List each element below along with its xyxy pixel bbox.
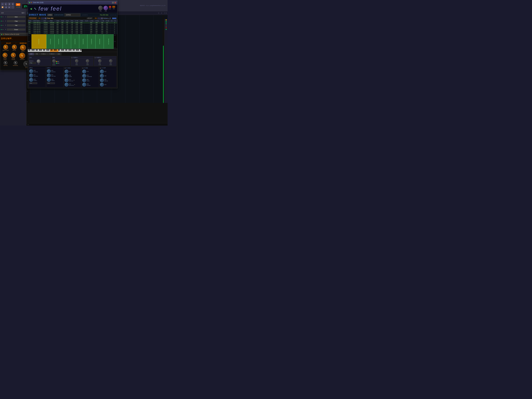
zone-row[interactable]: 005Choir Ahh (6)137813044100000058+00+00… [28,31,117,32]
preset-dropdown[interactable]: 选择预设 [64,14,80,16]
lib-btn-3[interactable] [101,18,103,19]
piano-key-black-20[interactable] [40,49,41,51]
lfo2-rate-knob[interactable] [47,69,51,73]
dw-close-btn[interactable]: × [114,2,116,4]
bottom-tab-1[interactable]: 滑奏 [34,53,39,55]
piano-key-black-87[interactable] [81,49,82,51]
zone-row[interactable]: 002Choir Ahh (3)137813044100000043+00+00… [28,25,117,27]
piano-key-black-73[interactable] [73,49,74,51]
channel-item-snare[interactable]: 4Snare [0,27,26,32]
next-btn[interactable]: ▶ [8,6,11,9]
dw-minimize-btn[interactable]: − [112,2,114,4]
channel-item-clap[interactable]: 2Clap [0,19,26,23]
record-btn[interactable]: ⏺ [11,2,14,5]
channel-fader[interactable] [163,46,164,103]
zone-bar-5[interactable]: Choir Ahh (6) [79,34,87,49]
fx-a-knob2[interactable] [86,59,89,62]
lib-btn-2[interactable] [99,18,101,19]
fx-h-rate-knob[interactable] [100,78,104,82]
zone-bar-6[interactable]: Choir Ahh (7) [87,34,95,49]
piano-key-black-82[interactable] [78,49,79,51]
piano-key-black-3[interactable] [30,49,30,51]
tension-knob[interactable] [19,53,25,59]
piano-key-black-32[interactable] [48,49,48,51]
piano-key-black-10[interactable] [34,49,34,51]
fx-a-enable[interactable] [71,57,72,58]
fx-b-knob1[interactable] [98,59,101,62]
stop-btn[interactable]: ⏹ [8,2,11,5]
fx-h-feedback-knob[interactable] [100,83,104,86]
piano-key-black-80[interactable] [77,49,78,51]
piano-key-black-27[interactable] [44,49,45,51]
fx-status-led[interactable] [65,68,66,69]
zone-bar-0[interactable]: Choir Ahh (1) [32,34,46,49]
piano-key-black-51[interactable] [59,49,60,51]
zone-row[interactable]: 000Choir Ahh (1)094543044100000036+00+00… [28,22,117,24]
piano-key-black-63[interactable] [66,49,67,51]
bottom-tab-4[interactable]: 选项 [56,53,61,55]
piano-key-black-42[interactable] [54,49,55,51]
lowcut-led[interactable] [74,80,74,81]
fx-highcut-knob[interactable] [65,83,68,86]
piano-key-black-68[interactable] [70,49,70,51]
fx-a-knob1[interactable] [75,59,78,62]
fx-harmony-led[interactable] [100,68,101,69]
piano-key-black-18[interactable] [39,49,40,51]
channel-item-kick[interactable]: 1Kick [0,15,26,19]
zone-bars[interactable]: Choir Ahh (1)Choir Ahh (2)Choir Ahh (3)C… [32,34,114,49]
fx-b-knob2[interactable] [109,59,112,62]
piano-key-black-70[interactable] [71,49,71,51]
lfo2-attack-knob[interactable] [47,78,51,82]
lfo2-wave-dropdown[interactable]: Sine [47,82,55,84]
play-btn[interactable]: ▶ [5,2,7,5]
piano-key-black-1[interactable] [29,49,29,51]
zone-bar-3[interactable]: Choir Ahh (4) [63,34,71,49]
fx-decay-knob[interactable] [82,83,86,86]
fx-h-depth-knob[interactable] [100,74,104,78]
lfo2-phase-knob[interactable] [47,74,51,77]
zone-bar-4[interactable]: Choir Ahh (5) [71,34,79,49]
prog-btn-1[interactable] [41,18,43,19]
fx-h-delay-knob[interactable] [100,70,104,73]
zone-bar-8[interactable]: Choir Ahh (12) [104,34,114,49]
piano-key-black-78[interactable] [76,49,77,51]
play-mode-dropdown[interactable]: Poly [29,62,36,64]
piano-key-black-75[interactable] [74,49,75,51]
zone-visualization[interactable]: 000 063 127 Choir Ahh (1)Choir Ahh (2)Ch… [28,34,117,49]
voice-knob[interactable] [98,6,102,10]
piano-key-black-49[interactable] [58,49,59,51]
piano-key-black-58[interactable] [63,49,64,51]
fx-b-enable[interactable] [95,57,96,58]
piano-key-black-8[interactable] [33,49,33,51]
bottom-tab-0[interactable]: 主控 [29,53,34,55]
fx-feedback-knob[interactable] [65,74,68,78]
highcut-led[interactable] [74,84,75,85]
piano-key-black-22[interactable] [41,49,42,51]
dw-open-btn[interactable]: OPEN [47,14,53,16]
prog-btn-3[interactable] [45,18,46,19]
mode-btn[interactable]: ⚫ [11,6,14,9]
material-knob[interactable] [14,61,17,65]
zone-bar-1[interactable]: Choir Ahh (2) [46,34,55,49]
slide-knob[interactable] [52,59,56,63]
zone-row[interactable]: 001Choir Ahh (2)137813044100000042+00+00… [28,24,117,25]
dw-power-btn[interactable]: ◀ [30,7,32,10]
bottom-tab-2[interactable]: FX驱动 A [40,53,48,55]
fx-damping-knob[interactable] [82,74,86,78]
piano-key-black-46[interactable] [56,49,57,51]
piano-key-black-56[interactable] [62,49,63,51]
fx-delay-knob[interactable] [65,70,68,73]
piano-key-black-25[interactable] [43,49,44,51]
fx-lowcut-knob[interactable] [65,78,68,82]
piano-key-black-15[interactable] [37,49,38,51]
piano-key-black-30[interactable] [46,49,47,51]
piano-key-black-34[interactable] [49,49,49,51]
noise-level-knob[interactable] [3,53,7,57]
amplitude-knob[interactable] [3,45,8,50]
rewind-btn[interactable]: ⏮ [1,2,4,5]
piano-key-black-39[interactable] [52,49,52,51]
lfo1-phase-knob[interactable] [29,74,33,77]
channel-item-hat[interactable]: 3Hat [0,23,26,27]
piano-key-black-85[interactable] [80,49,81,51]
zone-row[interactable]: 004Choir Ahh (5)137813044100000048+00+00… [28,29,117,31]
